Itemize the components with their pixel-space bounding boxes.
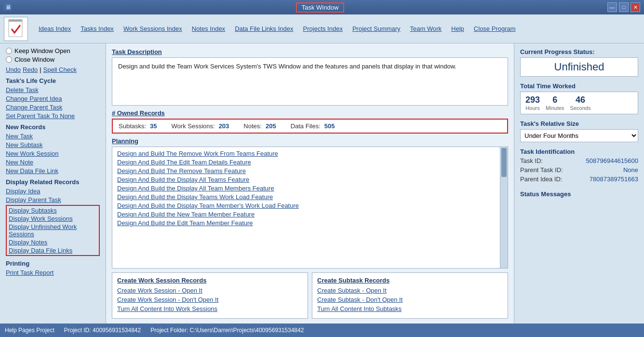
parent-idea-id-label: Parent Idea ID: [520, 175, 562, 183]
task-description-text: Design and build the Team Work Services … [118, 63, 456, 70]
total-time-section: Total Time Worked 293 Hours 6 Minutes 46… [520, 82, 638, 114]
create-work-session-open-link[interactable]: Create Work Session - Open It [117, 287, 303, 294]
planning-item-2[interactable]: Design And Build The Remove Teams Featur… [117, 167, 503, 175]
change-parent-idea-link[interactable]: Change Parent Idea [6, 95, 100, 102]
planning-item-8[interactable]: Design And Build the Edit Team Member Fe… [117, 219, 503, 227]
print-task-report-link[interactable]: Print Task Report [6, 269, 100, 276]
planning-item-0[interactable]: Design and Build The Remove Work From Te… [117, 150, 503, 157]
minutes-unit: 6 Minutes [546, 95, 564, 111]
menu-links: Ideas Index Tasks Index Work Sessions In… [34, 24, 521, 33]
planning-item-6[interactable]: Design And Build the Display Team Member… [117, 202, 503, 209]
planning-box: Design and Build The Remove Work From Te… [112, 147, 508, 269]
menu-tasks-index[interactable]: Tasks Index [76, 24, 119, 33]
display-unfinished-work-sessions-link[interactable]: Display Unfinished Work Sessions [9, 223, 97, 238]
app-icon: 🖥 [4, 3, 12, 11]
new-records-section: New Records New Task New Subtask New Wor… [6, 123, 100, 175]
planning-item-5[interactable]: Design And Build the Display Teams Work … [117, 193, 503, 201]
status-messages-section: Status Messages [520, 190, 638, 319]
owned-records-label: # Owned Records [112, 109, 508, 117]
title-bar: 🖥 Task Window — □ ✕ [0, 0, 644, 14]
display-parent-task-link[interactable]: Display Parent Task [6, 196, 100, 203]
turn-all-content-work-sessions-link[interactable]: Turn All Content Into Work Sessions [117, 305, 303, 312]
keep-window-open-option[interactable]: Keep Window Open [6, 47, 100, 54]
close-window-option[interactable]: Close Window [6, 56, 100, 63]
undo-link[interactable]: Undo [6, 66, 21, 73]
status-project-folder: Project Folder: C:\Users\Darren\Projects… [150, 327, 304, 334]
menu-projects-index[interactable]: Projects Index [298, 24, 348, 33]
planning-item-4[interactable]: Design And Build the Display All Team Me… [117, 185, 503, 192]
display-idea-link[interactable]: Display Idea [6, 188, 100, 195]
change-parent-task-link[interactable]: Change Parent Task [6, 104, 100, 111]
create-subtask-panel: Create Subtask Records Create Subtask - … [312, 272, 508, 319]
data-files-count: Data Files: 505 [291, 122, 335, 130]
create-work-session-dont-open-link[interactable]: Create Work Session - Don't Open It [117, 296, 303, 303]
menu-help[interactable]: Help [446, 24, 469, 33]
delete-task-link[interactable]: Delete Task [6, 86, 100, 94]
status-project-id: Project ID: 400956931534842 [64, 327, 141, 334]
minutes-label: Minutes [546, 105, 564, 111]
highlighted-display-group: Display Subtasks Display Work Sessions D… [6, 205, 100, 256]
display-work-sessions-link[interactable]: Display Work Sessions [9, 215, 97, 222]
svg-text:🖥: 🖥 [5, 4, 11, 11]
title-bar-left: 🖥 [4, 3, 33, 12]
menu-notes-index[interactable]: Notes Index [187, 24, 230, 33]
maximize-button[interactable]: □ [619, 2, 629, 12]
task-identification-label: Task Identification [520, 148, 638, 155]
parent-idea-id-value: 78087389751663 [590, 175, 638, 183]
edit-actions: Undo Redo | Spell Check [6, 66, 100, 73]
data-files-label: Data Files: [291, 122, 321, 130]
planning-item-7[interactable]: Design And Build the New Team Member Fea… [117, 211, 503, 218]
create-subtask-open-link[interactable]: Create Subtask - Open It [317, 287, 503, 294]
task-id-value: 508796944615600 [586, 157, 638, 164]
close-window-radio[interactable] [6, 56, 12, 63]
create-subtask-title: Create Subtask Records [317, 277, 503, 284]
menu-project-summary[interactable]: Project Summary [348, 24, 405, 33]
menu-close-program[interactable]: Close Program [469, 24, 521, 33]
menu-ideas-index[interactable]: Ideas Index [34, 24, 76, 33]
planning-item-1[interactable]: Design And Build The Edit Team Details F… [117, 159, 503, 166]
menu-bar: Ideas Index Tasks Index Work Sessions In… [0, 14, 644, 43]
parent-idea-id-row: Parent Idea ID: 78087389751663 [520, 175, 638, 183]
logo-icon [8, 19, 24, 39]
display-data-file-links-link[interactable]: Display Data File Links [9, 247, 97, 254]
close-window-label: Close Window [14, 56, 54, 63]
owned-records-section: # Owned Records Subtasks: 35 Work Sessio… [112, 109, 508, 134]
new-work-session-link[interactable]: New Work Session [6, 150, 100, 157]
menu-team-work[interactable]: Team Work [405, 24, 447, 33]
minimize-button[interactable]: — [607, 2, 617, 12]
planning-scrollbar-thumb[interactable] [501, 148, 507, 177]
set-parent-task-to-none-link[interactable]: Set Parent Task To None [6, 112, 100, 120]
create-subtask-dont-open-link[interactable]: Create Subtask - Don't Open It [317, 296, 503, 303]
new-subtask-link[interactable]: New Subtask [6, 141, 100, 148]
relative-size-select[interactable]: Under Four Months Under One Month Under … [520, 129, 638, 142]
display-related-records-section: Display Related Records Display Idea Dis… [6, 178, 100, 256]
relative-size-label: Task's Relative Size [520, 120, 638, 127]
new-note-link[interactable]: New Note [6, 159, 100, 166]
title-bar-controls: — □ ✕ [607, 2, 640, 12]
hours-label: Hours [525, 105, 539, 111]
planning-scrollbar[interactable] [500, 147, 508, 268]
window-behavior-group: Keep Window Open Close Window [6, 47, 100, 63]
keep-window-open-label: Keep Window Open [14, 47, 70, 54]
new-task-link[interactable]: New Task [6, 133, 100, 140]
keep-window-open-radio[interactable] [6, 48, 12, 54]
display-subtasks-link[interactable]: Display Subtasks [9, 207, 97, 214]
main-layout: Keep Window Open Close Window Undo Redo … [0, 43, 644, 324]
spell-check-link[interactable]: Spell Check [43, 66, 77, 73]
seconds-label: Seconds [570, 105, 591, 111]
planning-item-3[interactable]: Design And Build the Display All Teams F… [117, 176, 503, 183]
close-button[interactable]: ✕ [631, 2, 640, 12]
progress-status-box: Unfinished [520, 57, 638, 77]
new-data-file-link[interactable]: New Data File Link [6, 167, 100, 175]
display-notes-link[interactable]: Display Notes [9, 239, 97, 246]
menu-data-file-links-index[interactable]: Data File Links Index [230, 24, 298, 33]
app-logo [4, 17, 28, 41]
turn-all-content-subtasks-link[interactable]: Turn All Content Into Subtasks [317, 305, 503, 312]
new-records-title: New Records [6, 123, 100, 131]
redo-link[interactable]: Redo [23, 66, 38, 73]
task-description-box[interactable]: Design and build the Team Work Services … [112, 57, 508, 106]
menu-work-sessions-index[interactable]: Work Sessions Index [119, 24, 187, 33]
create-records-row: Create Work Session Records Create Work … [112, 272, 508, 319]
task-description-label: Task Description [112, 48, 508, 55]
task-id-label: Task ID: [520, 157, 543, 164]
